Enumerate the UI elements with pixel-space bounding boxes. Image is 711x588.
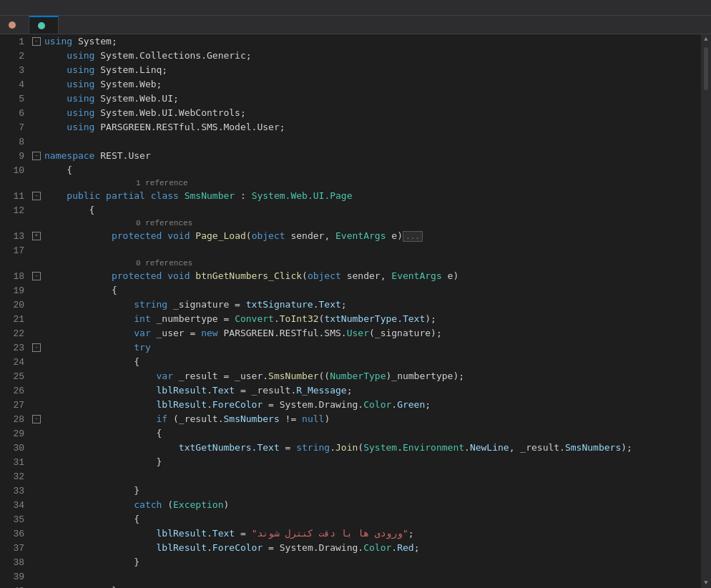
code-text: try (43, 340, 151, 355)
line-number: 32 (0, 471, 30, 482)
collapse-btn[interactable]: - (32, 343, 41, 352)
line-number: 30 (0, 443, 30, 454)
code-text: { (43, 512, 139, 526)
line-row: 17 (0, 243, 691, 258)
line-row: 36 lblResult.Text = "ورودی ها با دقت کنت… (0, 526, 691, 541)
code-text: { (43, 283, 117, 298)
line-number: 20 (0, 300, 30, 310)
code-text: catch (Exception) (43, 498, 229, 512)
tab-sms-number[interactable] (0, 16, 29, 34)
line-row: 25 var _result = _user.SmsNumber((Number… (0, 369, 691, 383)
tab-txt-signature[interactable] (29, 16, 59, 34)
line-number: 19 (0, 285, 30, 296)
line-number: 3 (0, 65, 30, 76)
line-row: 26 lblResult.Text = _result.R_Message; (0, 383, 691, 398)
hint-row: 0 references (0, 258, 691, 269)
line-number: 21 (0, 314, 30, 325)
collapse-btn[interactable]: - (32, 415, 41, 423)
line-row: 6 using System.Web.UI.WebControls; (0, 106, 691, 120)
line-row: 40 } (0, 584, 691, 588)
code-text: using System.Web.UI.WebControls; (43, 106, 246, 120)
line-row: 19 { (0, 283, 691, 298)
line-row: 32 (0, 469, 691, 484)
line-row: 5 using System.Web.UI; (0, 92, 691, 106)
line-row: 30 txtGetNumbers.Text = string.Join(Syst… (0, 441, 691, 455)
line-number: 11 (0, 191, 30, 202)
code-text: protected void Page_Load(object sender, … (43, 229, 423, 244)
line-number: 1 (0, 36, 30, 47)
line-number: 7 (0, 122, 30, 133)
code-text: using System.Collections.Generic; (43, 49, 252, 63)
line-number: 29 (0, 428, 30, 439)
line-number: 35 (0, 514, 30, 525)
line-number: 24 (0, 357, 30, 368)
line-row: 23- try (0, 340, 691, 355)
line-row: 34 catch (Exception) (0, 498, 691, 512)
code-container[interactable]: 1-using System;2 using System.Collection… (0, 34, 701, 588)
line-row: 39 (0, 569, 691, 584)
hint-row: 0 references (0, 217, 691, 229)
line-row: 35 { (0, 512, 691, 526)
line-number: 40 (0, 586, 30, 589)
code-text: { (43, 426, 162, 441)
code-text: } (43, 584, 117, 588)
scroll-thumb[interactable] (704, 47, 708, 90)
line-row: 8 (0, 134, 691, 149)
code-text: var _result = _user.SmsNumber((NumberTyp… (43, 369, 464, 383)
line-row: 27 lblResult.ForeColor = System.Drawing.… (0, 398, 691, 412)
title-bar (0, 0, 711, 16)
line-row: 18- protected void btnGetNumbers_Click(o… (0, 269, 691, 283)
line-number: 33 (0, 486, 30, 496)
collapse-btn[interactable]: - (32, 37, 41, 46)
code-text: lblResult.ForeColor = System.Drawing.Col… (43, 541, 419, 555)
line-number: 4 (0, 79, 30, 90)
line-number: 27 (0, 400, 30, 411)
line-row: 31 } (0, 455, 691, 469)
code-text: { (43, 163, 72, 177)
line-row: 33 } (0, 484, 691, 498)
line-number: 9 (0, 151, 30, 162)
scrollbar[interactable]: ▲ ▼ (701, 34, 711, 588)
line-row: 20 string _signature = txtSignature.Text… (0, 298, 691, 312)
code-text: int _numbertype = Convert.ToInt32(txtNum… (43, 312, 436, 326)
line-row: 21 int _numbertype = Convert.ToInt32(txt… (0, 312, 691, 326)
code-text: } (43, 555, 139, 569)
line-number: 12 (0, 205, 30, 216)
line-number: 23 (0, 343, 30, 353)
line-number: 39 (0, 572, 30, 582)
editor-area: 1-using System;2 using System.Collection… (0, 34, 711, 588)
line-number: 10 (0, 165, 30, 176)
tab-bar (0, 16, 711, 34)
collapse-btn[interactable]: - (32, 152, 41, 160)
code-text: using System.Linq; (43, 63, 167, 77)
code-text: } (43, 455, 162, 469)
code-text: public partial class SmsNumber : System.… (43, 189, 353, 203)
line-row: 22 var _user = new PARSGREEN.RESTful.SMS… (0, 326, 691, 340)
line-number: 6 (0, 108, 30, 119)
line-row: 28- if (_result.SmsNumbers != null) (0, 412, 691, 426)
line-number: 17 (0, 245, 30, 256)
line-row: 7 using PARSGREEN.RESTful.SMS.Model.User… (0, 120, 691, 134)
code-text: var _user = new PARSGREEN.RESTful.SMS.Us… (43, 326, 442, 340)
line-number: 18 (0, 271, 30, 282)
code-text: namespace REST.User (43, 149, 151, 163)
scroll-down-btn[interactable]: ▼ (701, 578, 711, 588)
line-row: 13+ protected void Page_Load(object send… (0, 229, 691, 243)
line-row: 2 using System.Collections.Generic; (0, 49, 691, 63)
code-text: { (43, 203, 94, 217)
scroll-up-btn[interactable]: ▲ (701, 34, 711, 44)
collapse-btn[interactable]: - (32, 272, 41, 280)
line-number: 38 (0, 557, 30, 568)
line-number: 25 (0, 371, 30, 382)
code-text: } (43, 484, 139, 498)
line-number: 8 (0, 137, 30, 147)
line-number: 22 (0, 328, 30, 339)
line-row: 3 using System.Linq; (0, 63, 691, 77)
code-text: lblResult.Text = "ورودی ها با دقت کنترل … (43, 526, 414, 541)
code-text: using System.Web; (43, 77, 162, 92)
collapse-btn[interactable]: + (32, 232, 41, 240)
line-row: 38 } (0, 555, 691, 569)
code-text: protected void btnGetNumbers_Click(objec… (43, 269, 459, 283)
code-text: lblResult.Text = _result.R_Message; (43, 383, 353, 398)
collapse-btn[interactable]: - (32, 192, 41, 200)
